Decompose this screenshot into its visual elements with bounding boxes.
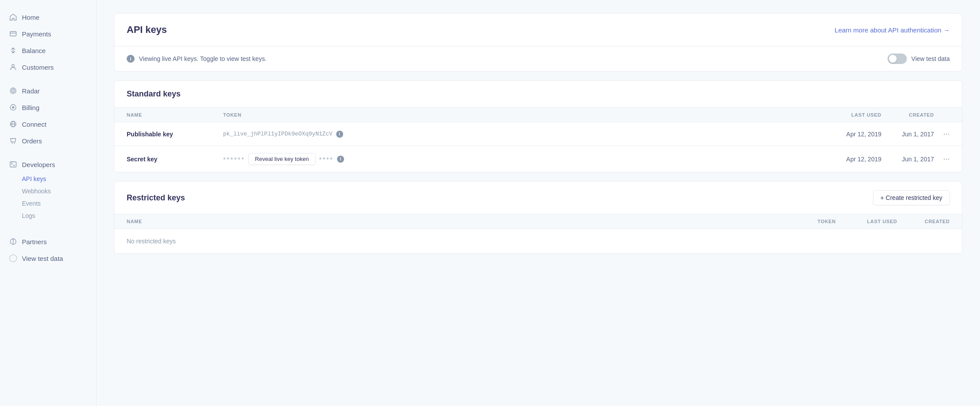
col-header-created: CREATED bbox=[881, 112, 934, 118]
payments-icon bbox=[9, 29, 18, 38]
svg-point-12 bbox=[14, 143, 15, 144]
svg-point-16 bbox=[10, 255, 17, 262]
info-bar: i Viewing live API keys. Toggle to view … bbox=[114, 46, 962, 71]
standard-keys-table-header: NAME TOKEN LAST USED CREATED bbox=[114, 108, 962, 122]
publishable-key-token: pk_live_jhPlPl1yIPDk9eOXq9yN1ZcV bbox=[223, 131, 333, 137]
secret-key-row: Secret key •••••• Reveal live key token … bbox=[114, 146, 962, 172]
sidebar-item-balance[interactable]: Balance bbox=[0, 42, 96, 59]
svg-rect-0 bbox=[10, 32, 16, 36]
connect-icon bbox=[9, 120, 18, 128]
learn-more-link[interactable]: Learn more about API authentication → bbox=[834, 26, 950, 34]
sidebar-item-orders[interactable]: Orders bbox=[0, 132, 96, 149]
secret-key-info-icon[interactable]: i bbox=[337, 156, 344, 163]
publishable-key-row: Publishable key pk_live_jhPlPl1yIPDk9eOX… bbox=[114, 122, 962, 146]
standard-keys-card: Standard keys NAME TOKEN LAST USED CREAT… bbox=[114, 80, 962, 172]
secret-key-menu[interactable]: ··· bbox=[934, 154, 950, 164]
publishable-key-created: Jun 1, 2017 bbox=[881, 131, 934, 138]
restricted-col-header-token: TOKEN bbox=[774, 219, 836, 224]
orders-icon bbox=[9, 136, 18, 145]
radar-icon bbox=[9, 86, 18, 95]
publishable-key-token-cell: pk_live_jhPlPl1yIPDk9eOXq9yN1ZcV i bbox=[223, 131, 820, 138]
partners-icon bbox=[9, 237, 18, 246]
secret-key-masked-right: •••• bbox=[319, 154, 334, 164]
info-bar-right: View test data bbox=[888, 53, 950, 64]
col-header-name: NAME bbox=[127, 112, 223, 118]
restricted-keys-section-header: Restricted keys + Create restricted key bbox=[114, 182, 962, 214]
create-restricted-key-button[interactable]: + Create restricted key bbox=[873, 190, 950, 205]
sidebar-sub-item-logs[interactable]: Logs bbox=[0, 210, 96, 222]
restricted-keys-section-title: Restricted keys bbox=[127, 193, 185, 203]
col-header-actions bbox=[934, 112, 950, 118]
publishable-key-name: Publishable key bbox=[127, 131, 223, 138]
restricted-col-header-name: NAME bbox=[127, 219, 774, 224]
sidebar-item-billing[interactable]: Billing bbox=[0, 99, 96, 116]
sidebar-item-partners[interactable]: Partners bbox=[0, 233, 96, 250]
developers-icon bbox=[9, 160, 18, 169]
customers-icon bbox=[9, 63, 18, 71]
col-header-last-used: LAST USED bbox=[820, 112, 881, 118]
reveal-key-button[interactable]: Reveal live key token bbox=[249, 153, 316, 165]
secret-key-created: Jun 1, 2017 bbox=[881, 156, 934, 163]
secret-key-name: Secret key bbox=[127, 156, 223, 163]
publishable-key-menu[interactable]: ··· bbox=[934, 129, 950, 139]
sidebar-item-developers[interactable]: Developers bbox=[0, 156, 96, 173]
restricted-col-header-created: CREATED bbox=[897, 219, 950, 224]
billing-icon bbox=[9, 103, 18, 112]
svg-point-7 bbox=[12, 107, 14, 109]
standard-keys-section-title: Standard keys bbox=[114, 81, 962, 108]
sidebar-sub-item-webhooks[interactable]: Webhooks bbox=[0, 185, 96, 197]
restricted-keys-card: Restricted keys + Create restricted key … bbox=[114, 181, 962, 254]
no-restricted-keys-message: No restricted keys bbox=[114, 229, 962, 253]
view-test-data-icon bbox=[9, 254, 18, 263]
sidebar-item-connect[interactable]: Connect bbox=[0, 116, 96, 132]
sidebar: Home Payments Balance Customers Radar Bi… bbox=[0, 0, 96, 406]
col-header-token: TOKEN bbox=[223, 112, 820, 118]
home-icon bbox=[9, 13, 18, 21]
secret-key-token-cell: •••••• Reveal live key token •••• i bbox=[223, 153, 820, 165]
secret-key-masked-left: •••••• bbox=[223, 154, 245, 164]
page-title: API keys bbox=[127, 24, 167, 36]
publishable-key-last-used: Apr 12, 2019 bbox=[820, 131, 881, 138]
sidebar-sub-item-events[interactable]: Events bbox=[0, 197, 96, 210]
main-content: API keys Learn more about API authentica… bbox=[96, 0, 980, 406]
restricted-keys-table-header: NAME TOKEN LAST USED CREATED bbox=[114, 214, 962, 229]
restricted-col-header-last-used: LAST USED bbox=[836, 219, 897, 224]
view-test-data-toggle[interactable] bbox=[888, 53, 907, 64]
api-keys-card: API keys Learn more about API authentica… bbox=[114, 13, 962, 71]
info-bar-left: i Viewing live API keys. Toggle to view … bbox=[127, 55, 266, 63]
svg-point-2 bbox=[12, 64, 14, 67]
sidebar-item-radar[interactable]: Radar bbox=[0, 82, 96, 99]
sidebar-item-view-test-data[interactable]: View test data bbox=[0, 250, 96, 267]
balance-icon bbox=[9, 46, 18, 55]
svg-rect-13 bbox=[10, 162, 16, 167]
sidebar-item-home[interactable]: Home bbox=[0, 9, 96, 25]
sidebar-item-customers[interactable]: Customers bbox=[0, 59, 96, 75]
svg-point-5 bbox=[13, 90, 14, 91]
info-icon: i bbox=[127, 55, 135, 63]
secret-key-last-used: Apr 12, 2019 bbox=[820, 156, 881, 163]
page-header: API keys Learn more about API authentica… bbox=[114, 14, 962, 46]
svg-point-11 bbox=[12, 143, 13, 144]
sidebar-item-payments[interactable]: Payments bbox=[0, 25, 96, 42]
sidebar-sub-item-api-keys[interactable]: API keys bbox=[0, 173, 96, 185]
view-test-data-label: View test data bbox=[911, 55, 950, 62]
publishable-key-info-icon[interactable]: i bbox=[336, 131, 343, 138]
info-message: Viewing live API keys. Toggle to view te… bbox=[139, 55, 266, 62]
